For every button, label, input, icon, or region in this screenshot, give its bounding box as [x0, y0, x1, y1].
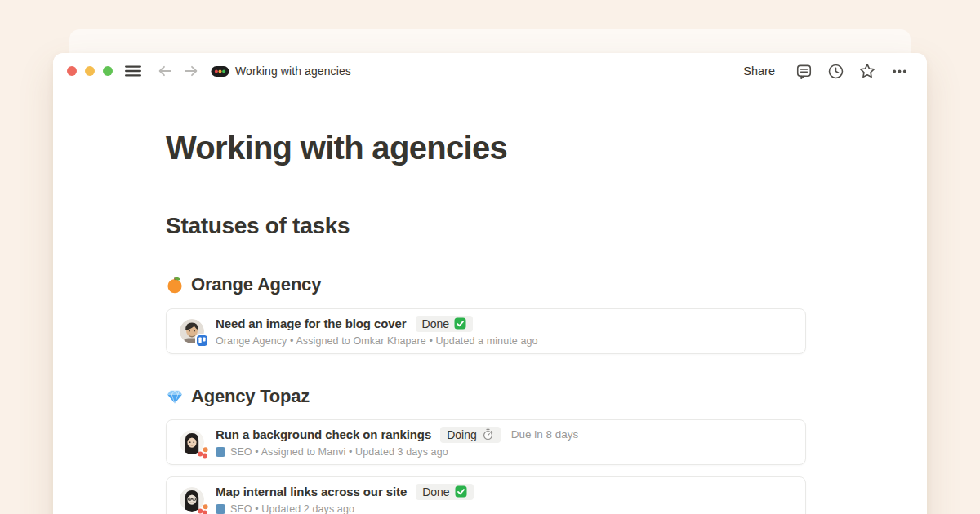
close-button[interactable] — [67, 66, 77, 76]
group-heading-agency-topaz: Agency Topaz — [166, 386, 859, 407]
assignee-avatar — [180, 430, 204, 454]
check-mark-emoji — [454, 317, 466, 330]
history-clock-icon — [827, 63, 844, 80]
menu-icon — [125, 64, 141, 78]
status-label: Doing — [447, 428, 477, 441]
status-label: Done — [422, 485, 449, 498]
group-heading-label: Agency Topaz — [191, 386, 310, 407]
forward-button[interactable] — [182, 63, 200, 79]
page-content: Working with agencies Statuses of tasks … — [53, 89, 927, 514]
gem-emoji — [166, 388, 184, 405]
task-meta-row: Orange Agency • Assigned to Omkar Khapar… — [216, 335, 538, 347]
assignee-avatar — [180, 319, 204, 343]
status-badge: Doing — [440, 427, 501, 443]
minimize-button[interactable] — [85, 66, 95, 76]
tangerine-emoji — [166, 276, 184, 294]
seo-tag-icon — [216, 504, 225, 514]
traffic-lights — [67, 66, 113, 76]
due-date-label: Due in 8 days — [511, 428, 579, 441]
share-button[interactable]: Share — [743, 64, 775, 78]
page-favicon — [211, 63, 229, 80]
sidebar-toggle-button[interactable] — [125, 64, 141, 78]
asana-icon — [197, 503, 209, 514]
group-heading-label: Orange Agency — [191, 274, 321, 295]
stopwatch-emoji — [482, 428, 494, 441]
status-label: Done — [422, 317, 449, 330]
zoom-button[interactable] — [103, 66, 113, 76]
task-meta: SEO • Assigned to Manvi • Updated 3 days… — [230, 446, 448, 458]
forward-arrow-icon — [182, 63, 200, 79]
status-badge: Done — [416, 484, 473, 500]
traffic-light-favicon-icon — [211, 63, 229, 80]
status-badge: Done — [416, 316, 473, 332]
back-button[interactable] — [156, 63, 174, 79]
titlebar: Working with agencies Share — [53, 53, 927, 89]
tab-title: Working with agencies — [235, 64, 351, 78]
desktop: Working with agencies Share — [0, 0, 980, 514]
task-title: Need an image for the blog cover — [216, 317, 407, 330]
favorite-star-icon — [858, 62, 876, 80]
back-arrow-icon — [156, 63, 174, 79]
task-card[interactable]: Run a background check on rankings Doing… — [166, 419, 806, 465]
assignee-avatar — [180, 487, 204, 512]
comments-icon — [795, 63, 813, 80]
app-window: Working with agencies Share — [53, 53, 927, 514]
group-heading-orange-agency: Orange Agency — [166, 274, 859, 295]
task-meta-row: SEO • Updated 2 days ago — [216, 503, 474, 514]
task-title: Run a background check on rankings — [216, 428, 431, 441]
trello-icon — [197, 335, 207, 346]
history-button[interactable] — [825, 60, 846, 82]
task-meta: SEO • Updated 2 days ago — [230, 503, 354, 514]
check-mark-emoji — [455, 485, 467, 498]
task-card[interactable]: Need an image for the blog cover Done Or… — [166, 308, 806, 354]
task-title: Map internal links across our site — [216, 485, 407, 498]
task-card[interactable]: Map internal links across our site Done … — [166, 476, 806, 514]
task-meta: Orange Agency • Assigned to Omkar Khapar… — [216, 335, 538, 347]
more-options-button[interactable] — [889, 60, 910, 82]
task-meta-row: SEO • Assigned to Manvi • Updated 3 days… — [216, 446, 578, 458]
more-ellipsis-icon — [891, 63, 908, 80]
comments-button[interactable] — [793, 60, 814, 82]
section-heading: Statuses of tasks — [166, 213, 859, 239]
favorite-button[interactable] — [857, 60, 878, 82]
asana-icon — [197, 446, 209, 459]
page-title: Working with agencies — [166, 129, 859, 166]
seo-tag-icon — [216, 447, 225, 457]
